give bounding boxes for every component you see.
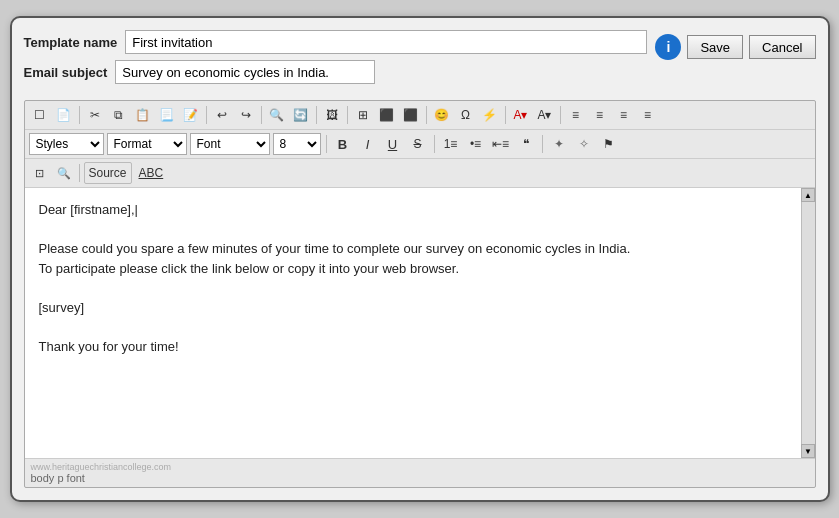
sep10	[434, 135, 435, 153]
find-icon[interactable]: 🔍	[266, 104, 288, 126]
editor-line-thanks: Thank you for your time!	[39, 337, 787, 357]
paste-text-icon[interactable]: 📃	[156, 104, 178, 126]
font-color-icon[interactable]: A▾	[510, 104, 532, 126]
source-button[interactable]: Source	[84, 162, 132, 184]
sep1	[79, 106, 80, 124]
sep8	[560, 106, 561, 124]
table-icon[interactable]: ⊞	[352, 104, 374, 126]
template-editor-window: Template name Email subject i Save Cance…	[10, 16, 830, 502]
preview-icon[interactable]: 🔍	[53, 162, 75, 184]
open-doc-icon[interactable]: 📄	[53, 104, 75, 126]
editor-line-blank3	[39, 317, 787, 337]
email-subject-label: Email subject	[24, 65, 108, 80]
special-char-icon[interactable]: Ω	[455, 104, 477, 126]
format-select[interactable]: Format	[107, 133, 187, 155]
editor-line-blank2	[39, 278, 787, 298]
ordered-list-icon[interactable]: 1≡	[440, 133, 462, 155]
sep5	[347, 106, 348, 124]
scrollbar: ▲ ▼	[801, 188, 815, 458]
size-select[interactable]: 8	[273, 133, 321, 155]
sep6	[426, 106, 427, 124]
font-bg-icon[interactable]: A▾	[534, 104, 556, 126]
replace-icon[interactable]: 🔄	[290, 104, 312, 126]
sep12	[79, 164, 80, 182]
template-name-input[interactable]	[125, 30, 647, 54]
delete-row-icon[interactable]: ⬛	[400, 104, 422, 126]
copy-icon[interactable]: ⧉	[108, 104, 130, 126]
editor-area-wrapper: Dear [firstname],| Please could you spar…	[25, 188, 815, 458]
editor-line-survey: [survey]	[39, 298, 787, 318]
sep3	[261, 106, 262, 124]
save-button[interactable]: Save	[687, 35, 743, 59]
sep11	[542, 135, 543, 153]
statusbar: www.heritaguechristiancollege.com body p…	[25, 458, 815, 487]
decrease-indent-icon[interactable]: ⇤≡	[490, 133, 512, 155]
toolbar-row-2: Styles Format Font 8 B I U S 1≡ •≡ ⇤≡ ❝ …	[25, 130, 815, 159]
strikethrough-button[interactable]: S	[407, 133, 429, 155]
paste-icon[interactable]: 📋	[132, 104, 154, 126]
scroll-up-button[interactable]: ▲	[801, 188, 815, 202]
justify-icon[interactable]: ≡	[637, 104, 659, 126]
image-icon[interactable]: 🖼	[321, 104, 343, 126]
align-left-icon[interactable]: ≡	[565, 104, 587, 126]
underline-button[interactable]: U	[382, 133, 404, 155]
font-select[interactable]: Font	[190, 133, 270, 155]
editor-line-1: Dear [firstname],|	[39, 200, 787, 220]
undo-icon[interactable]: ↩	[211, 104, 233, 126]
styles-select[interactable]: Styles	[29, 133, 104, 155]
template-name-label: Template name	[24, 35, 118, 50]
new-doc-icon[interactable]: ☐	[29, 104, 51, 126]
editor-container: ☐ 📄 ✂ ⧉ 📋 📃 📝 ↩ ↪ 🔍 🔄 🖼 ⊞ ⬛ ⬛ 😊 Ω ⚡	[24, 100, 816, 488]
insert-row-icon[interactable]: ⬛	[376, 104, 398, 126]
insert-field-icon[interactable]: ✦	[548, 133, 570, 155]
redo-icon[interactable]: ↪	[235, 104, 257, 126]
insert-field2-icon[interactable]: ✧	[573, 133, 595, 155]
align-center-icon[interactable]: ≡	[589, 104, 611, 126]
editor-area[interactable]: Dear [firstname],| Please could you spar…	[25, 188, 801, 458]
show-blocks-icon[interactable]: ⊡	[29, 162, 51, 184]
sep7	[505, 106, 506, 124]
iframe-icon[interactable]: ⚡	[479, 104, 501, 126]
align-right-icon[interactable]: ≡	[613, 104, 635, 126]
cancel-button[interactable]: Cancel	[749, 35, 815, 59]
editor-line-3: Please could you spare a few minutes of …	[39, 239, 787, 278]
watermark: www.heritaguechristiancollege.com	[31, 462, 809, 472]
info-button[interactable]: i	[655, 34, 681, 60]
sep2	[206, 106, 207, 124]
bold-button[interactable]: B	[332, 133, 354, 155]
cut-icon[interactable]: ✂	[84, 104, 106, 126]
blockquote-icon[interactable]: ❝	[515, 133, 537, 155]
sep9	[326, 135, 327, 153]
smiley-icon[interactable]: 😊	[431, 104, 453, 126]
email-subject-input[interactable]	[115, 60, 375, 84]
scroll-down-button[interactable]: ▼	[801, 444, 815, 458]
italic-button[interactable]: I	[357, 133, 379, 155]
sep4	[316, 106, 317, 124]
flag-icon[interactable]: ⚑	[598, 133, 620, 155]
editor-path: body p font	[31, 472, 809, 484]
toolbar-row-1: ☐ 📄 ✂ ⧉ 📋 📃 📝 ↩ ↪ 🔍 🔄 🖼 ⊞ ⬛ ⬛ 😊 Ω ⚡	[25, 101, 815, 130]
editor-line-blank1	[39, 220, 787, 240]
spellcheck-button[interactable]: ABC	[134, 162, 169, 184]
unordered-list-icon[interactable]: •≡	[465, 133, 487, 155]
toolbar-row-3: ⊡ 🔍 Source ABC	[25, 159, 815, 188]
paste-word-icon[interactable]: 📝	[180, 104, 202, 126]
